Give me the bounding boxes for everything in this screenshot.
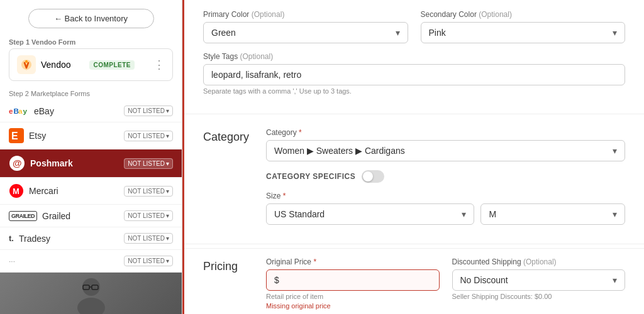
secondary-color-field-group: Secondary Color (Optional) Pink ▾: [421, 10, 626, 43]
grailed-name: Grailed: [42, 211, 70, 221]
svg-point-13: [77, 298, 105, 314]
size-standard-chevron-icon: ▾: [462, 209, 466, 219]
style-tags-input[interactable]: [203, 64, 625, 85]
ebay-logo-icon: e B a y: [9, 106, 29, 116]
marketplace-item-tradesy[interactable]: t. Tradesy NOT LISTED ▾: [0, 227, 182, 250]
style-tags-hint: Separate tags with a comma ',' Use up to…: [203, 87, 625, 95]
primary-color-field-group: Primary Color (Optional) Green ▾: [203, 10, 408, 43]
mercari-status-badge: NOT LISTED ▾: [124, 186, 173, 197]
vendoo-logo-icon: [17, 55, 36, 74]
secondary-color-label: Secondary Color (Optional): [421, 10, 626, 19]
tradesy-name: Tradesy: [19, 234, 50, 244]
pricing-section: Pricing Original Price * $ Retail price …: [184, 248, 644, 314]
svg-text:@: @: [13, 158, 22, 168]
category-specifics-toggle[interactable]: [362, 170, 384, 183]
other-status-badge: NOT LISTED ▾: [124, 256, 173, 266]
svg-point-1: [25, 60, 28, 63]
dollar-sign: $: [274, 275, 279, 285]
category-section: Category Category * Women ▶ Sweaters ▶ C…: [184, 118, 644, 240]
category-select[interactable]: Women ▶ Sweaters ▶ Cardigans ▾: [266, 140, 625, 161]
etsy-logo-icon: E: [9, 128, 24, 143]
category-specifics-label: CATEGORY SPECIFICS: [266, 172, 355, 181]
more-options-icon[interactable]: ⋮: [153, 58, 165, 72]
grailed-logo-icon: GRAILED: [9, 211, 37, 221]
discounted-shipping-label: Discounted Shipping (Optional): [452, 257, 626, 266]
primary-color-select[interactable]: Green ▾: [203, 22, 408, 43]
size-field-group: Size * US Standard ▾ M ▾: [266, 192, 625, 225]
marketplace-item-grailed[interactable]: GRAILED Grailed NOT LISTED ▾: [0, 205, 182, 227]
svg-text:y: y: [23, 107, 27, 115]
grailed-status-badge: NOT LISTED ▾: [124, 210, 173, 221]
marketplace-item-mercari[interactable]: M Mercari NOT LISTED ▾: [0, 178, 182, 205]
shipping-discounts-hint: Seller Shipping Discounts: $0.00: [452, 293, 626, 300]
category-field-label: Category *: [266, 128, 625, 137]
step1-label: Step 1 Vendoo Form: [0, 35, 182, 48]
category-chevron-icon: ▾: [613, 146, 617, 156]
style-tags-label: Style Tags (Optional): [203, 52, 625, 61]
size-label: Size *: [266, 192, 625, 200]
color-section: Primary Color (Optional) Green ▾ Seconda…: [184, 0, 644, 110]
svg-text:E: E: [11, 131, 18, 141]
mercari-logo-icon: M: [9, 183, 24, 198]
original-price-input-wrapper[interactable]: $: [266, 269, 440, 291]
step2-label: Step 2 Marketplace Forms: [0, 85, 182, 100]
discounted-shipping-chevron-icon: ▾: [613, 275, 617, 285]
sidebar: ← Back to Inventory Step 1 Vendoo Form V…: [0, 0, 182, 314]
back-to-inventory-button[interactable]: ← Back to Inventory: [28, 9, 154, 28]
mercari-name: Mercari: [29, 186, 58, 196]
other-logo-icon: ···: [9, 257, 15, 266]
secondary-color-chevron-icon: ▾: [613, 28, 617, 38]
category-section-label: Category: [203, 128, 266, 234]
poshmark-name: Poshmark: [30, 158, 73, 168]
size-value-chevron-icon: ▾: [613, 209, 617, 219]
complete-badge: COMPLETE: [89, 60, 135, 70]
size-value-select[interactable]: M ▾: [480, 203, 625, 225]
style-tags-field-group: Style Tags (Optional) Separate tags with…: [203, 52, 625, 95]
tradesy-logo-icon: t.: [9, 234, 14, 243]
original-price-error: Missing original price: [266, 302, 440, 310]
vendoo-card: Vendoo COMPLETE ⋮: [9, 48, 173, 81]
discounted-shipping-select[interactable]: No Discount ▾: [452, 269, 626, 291]
etsy-name: Etsy: [29, 131, 46, 141]
ebay-status-badge: NOT LISTED ▾: [124, 106, 173, 116]
svg-text:e: e: [9, 107, 13, 115]
user-avatar-area: [0, 273, 182, 314]
primary-color-chevron-icon: ▾: [396, 28, 400, 38]
svg-text:M: M: [13, 187, 19, 196]
user-avatar: [69, 273, 113, 314]
marketplace-item-other[interactable]: ··· NOT LISTED ▾: [0, 250, 182, 273]
pricing-section-label: Pricing: [203, 257, 266, 314]
primary-color-label: Primary Color (Optional): [203, 10, 408, 19]
original-price-field-group: Original Price * $ Retail price of item …: [266, 257, 440, 310]
poshmark-status-badge: NOT LISTED ▾: [124, 158, 173, 169]
original-price-hint: Retail price of item: [266, 293, 440, 300]
marketplace-item-ebay[interactable]: e B a y eBay NOT LISTED ▾: [0, 100, 182, 122]
category-specifics-row: CATEGORY SPECIFICS: [266, 170, 625, 183]
tradesy-status-badge: NOT LISTED ▾: [124, 233, 173, 244]
svg-text:a: a: [18, 107, 23, 115]
original-price-input[interactable]: [282, 275, 431, 285]
original-price-label: Original Price *: [266, 257, 440, 266]
etsy-status-badge: NOT LISTED ▾: [124, 131, 173, 141]
discounted-shipping-field-group: Discounted Shipping (Optional) No Discou…: [452, 257, 626, 310]
marketplace-item-poshmark[interactable]: @ Poshmark NOT LISTED ▾: [0, 149, 182, 178]
marketplace-item-etsy[interactable]: E Etsy NOT LISTED ▾: [0, 122, 182, 149]
category-field-group: Category * Women ▶ Sweaters ▶ Cardigans …: [266, 128, 625, 161]
vendoo-name: Vendoo: [41, 60, 71, 70]
size-standard-select[interactable]: US Standard ▾: [266, 203, 474, 225]
secondary-color-select[interactable]: Pink ▾: [421, 22, 626, 43]
toggle-knob: [363, 171, 373, 181]
ebay-name: eBay: [34, 106, 54, 116]
main-content: Primary Color (Optional) Green ▾ Seconda…: [182, 0, 644, 314]
poshmark-logo-icon: @: [9, 155, 25, 171]
